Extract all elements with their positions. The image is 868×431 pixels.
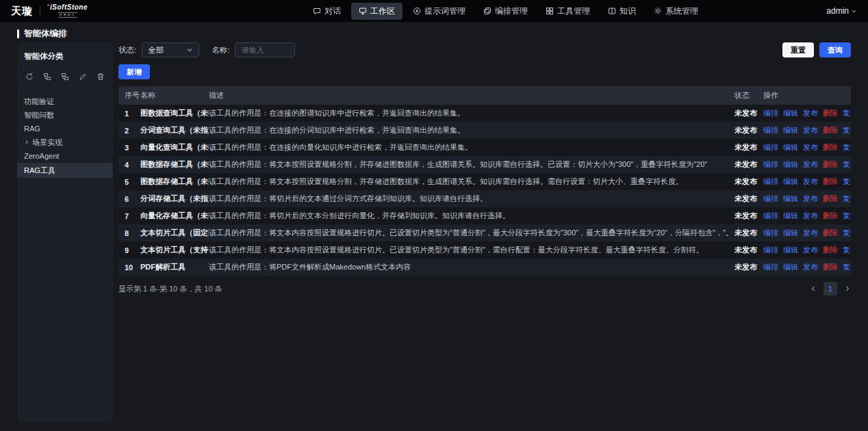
action-复制[interactable]: 复制 bbox=[843, 211, 851, 221]
delete-icon[interactable] bbox=[97, 73, 105, 81]
reset-button[interactable]: 重置 bbox=[782, 42, 814, 57]
sidebar-item-智能问数[interactable]: 智能问数 bbox=[24, 108, 106, 122]
cell-status: 未发布 bbox=[735, 177, 763, 187]
add-subcategory-icon[interactable] bbox=[61, 73, 69, 81]
sidebar-item-ZeroAgent[interactable]: ZeroAgent bbox=[24, 149, 106, 163]
add-category-icon[interactable] bbox=[43, 73, 51, 81]
user-menu[interactable]: admin bbox=[826, 6, 857, 16]
sidebar-item-RAG工具[interactable]: RAG工具 bbox=[17, 163, 113, 178]
action-复制[interactable]: 复制 bbox=[843, 245, 851, 255]
status-select[interactable]: 全部 bbox=[142, 42, 199, 57]
action-编排[interactable]: 编排 bbox=[763, 211, 778, 221]
action-编辑[interactable]: 编辑 bbox=[783, 142, 798, 153]
sidebar-item-场景实现[interactable]: 场景实现 bbox=[24, 135, 106, 149]
action-复制[interactable]: 复制 bbox=[843, 194, 851, 204]
user-name: admin bbox=[826, 6, 849, 16]
pagination-summary: 显示第 1 条-第 10 条，共 10 条 bbox=[118, 284, 222, 294]
nav-item-label: 工具管理 bbox=[557, 5, 590, 17]
sidebar-item-RAG[interactable]: RAG bbox=[24, 122, 106, 135]
cell-actions: 编排编辑发布删除复制 bbox=[763, 211, 851, 221]
nav-item-chat[interactable]: 对话 bbox=[305, 3, 348, 20]
name-filter-input[interactable] bbox=[235, 42, 295, 57]
tools-icon bbox=[546, 7, 554, 15]
action-删除[interactable]: 删除 bbox=[823, 194, 838, 204]
action-编辑[interactable]: 编辑 bbox=[783, 177, 798, 187]
sidebar-item-label: RAG工具 bbox=[24, 164, 55, 177]
action-编辑[interactable]: 编辑 bbox=[783, 211, 798, 221]
pagination: 1 bbox=[810, 282, 851, 296]
agents-table: 序号 名称 描述 状态 操作 1图数据查询工具（未指定..该工具的作用是：在连接… bbox=[118, 86, 851, 276]
nav-item-gear[interactable]: 系统管理 bbox=[646, 3, 706, 20]
action-复制[interactable]: 复制 bbox=[843, 125, 851, 135]
action-复制[interactable]: 复制 bbox=[843, 228, 851, 238]
action-编排[interactable]: 编排 bbox=[763, 125, 778, 135]
cell-status: 未发布 bbox=[735, 262, 763, 272]
prev-page-icon[interactable] bbox=[810, 285, 817, 292]
action-删除[interactable]: 删除 bbox=[823, 108, 838, 118]
action-编辑[interactable]: 编辑 bbox=[783, 194, 798, 204]
action-发布[interactable]: 发布 bbox=[803, 245, 818, 255]
action-删除[interactable]: 删除 bbox=[823, 245, 838, 255]
cell-actions: 编排编辑发布删除复制 bbox=[763, 125, 851, 135]
action-删除[interactable]: 删除 bbox=[823, 211, 838, 221]
action-编辑[interactable]: 编辑 bbox=[783, 108, 798, 118]
action-删除[interactable]: 删除 bbox=[823, 228, 838, 238]
action-编排[interactable]: 编排 bbox=[763, 228, 778, 238]
add-button[interactable]: 新增 bbox=[118, 64, 150, 79]
action-编排[interactable]: 编排 bbox=[763, 159, 778, 170]
action-编辑[interactable]: 编辑 bbox=[783, 262, 798, 272]
action-复制[interactable]: 复制 bbox=[843, 108, 851, 118]
cell-name: 文本切片工具（固定配置） bbox=[140, 228, 209, 238]
action-发布[interactable]: 发布 bbox=[803, 142, 818, 153]
action-复制[interactable]: 复制 bbox=[843, 177, 851, 187]
action-编辑[interactable]: 编辑 bbox=[783, 228, 798, 238]
prompt-icon bbox=[413, 7, 421, 15]
action-删除[interactable]: 删除 bbox=[823, 142, 838, 153]
page-number[interactable]: 1 bbox=[824, 282, 837, 296]
action-删除[interactable]: 删除 bbox=[823, 125, 838, 135]
action-发布[interactable]: 发布 bbox=[803, 228, 818, 238]
nav-item-label: 工作区 bbox=[370, 5, 395, 17]
action-发布[interactable]: 发布 bbox=[803, 211, 818, 221]
action-发布[interactable]: 发布 bbox=[803, 125, 818, 135]
action-编排[interactable]: 编排 bbox=[763, 142, 778, 153]
isoftstone-logo: iSoftStone 软通动力 bbox=[47, 4, 88, 18]
nav-item-label: 知识 bbox=[620, 5, 636, 17]
cell-status: 未发布 bbox=[735, 108, 763, 118]
action-编排[interactable]: 编排 bbox=[763, 262, 778, 272]
action-删除[interactable]: 删除 bbox=[823, 177, 838, 187]
action-发布[interactable]: 发布 bbox=[803, 262, 818, 272]
cell-desc: 该工具的作用是：将PDF文件解析成Makedown格式文本内容 bbox=[209, 262, 735, 272]
action-复制[interactable]: 复制 bbox=[843, 142, 851, 153]
nav-item-orchestration[interactable]: 编排管理 bbox=[476, 3, 535, 20]
action-编辑[interactable]: 编辑 bbox=[783, 125, 798, 135]
sidebar-item-功能验证[interactable]: 功能验证 bbox=[24, 94, 106, 108]
edit-icon[interactable] bbox=[79, 73, 87, 81]
action-编排[interactable]: 编排 bbox=[763, 194, 778, 204]
action-编排[interactable]: 编排 bbox=[763, 177, 778, 187]
workspace-icon bbox=[359, 7, 367, 15]
search-button[interactable]: 查询 bbox=[819, 42, 851, 57]
action-删除[interactable]: 删除 bbox=[823, 262, 838, 272]
action-删除[interactable]: 删除 bbox=[823, 159, 838, 170]
nav-item-knowledge[interactable]: 知识 bbox=[600, 3, 643, 20]
nav-item-prompt[interactable]: 提示词管理 bbox=[405, 3, 473, 20]
next-page-icon[interactable] bbox=[844, 285, 851, 292]
cell-desc: 该工具的作用是：在连接的向量化知识库中进行检索，并返回查询出的结果集。 bbox=[209, 142, 735, 153]
action-发布[interactable]: 发布 bbox=[803, 194, 818, 204]
action-复制[interactable]: 复制 bbox=[843, 262, 851, 272]
action-发布[interactable]: 发布 bbox=[803, 108, 818, 118]
nav-item-tools[interactable]: 工具管理 bbox=[538, 3, 598, 20]
refresh-icon[interactable] bbox=[25, 73, 34, 81]
header-desc: 描述 bbox=[209, 90, 735, 101]
cell-no: 7 bbox=[118, 212, 140, 220]
action-编排[interactable]: 编排 bbox=[763, 108, 778, 118]
action-编辑[interactable]: 编辑 bbox=[783, 159, 798, 170]
action-编排[interactable]: 编排 bbox=[763, 245, 778, 255]
action-复制[interactable]: 复制 bbox=[843, 159, 851, 170]
action-发布[interactable]: 发布 bbox=[803, 159, 818, 170]
action-发布[interactable]: 发布 bbox=[803, 177, 818, 187]
action-编辑[interactable]: 编辑 bbox=[783, 245, 798, 255]
nav-item-workspace[interactable]: 工作区 bbox=[351, 3, 403, 20]
cell-desc: 该工具的作用是：将文本内容按照设置规格进行切片。已设置切片类型为"普通分割"，需… bbox=[209, 245, 735, 255]
